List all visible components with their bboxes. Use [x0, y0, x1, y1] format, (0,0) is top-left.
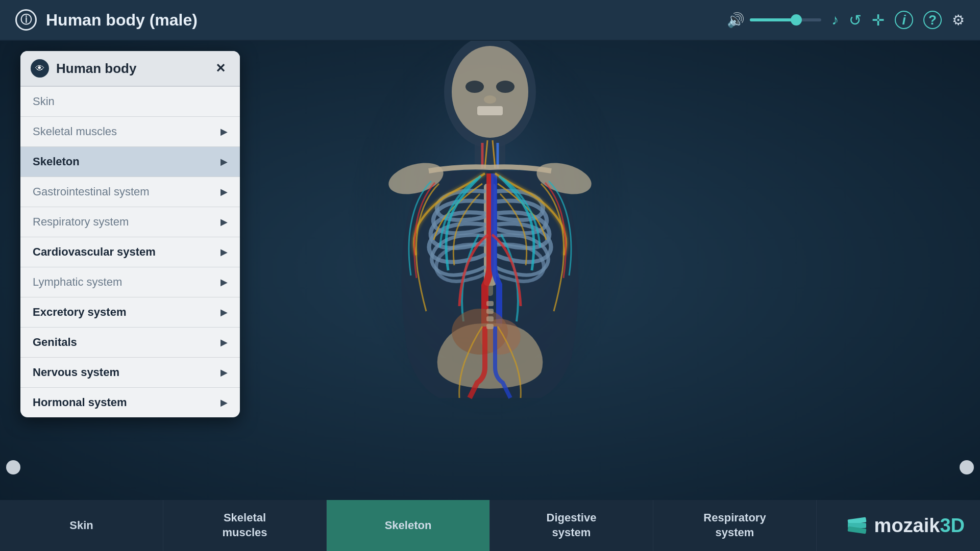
svg-rect-21 [486, 324, 494, 329]
settings-icon[interactable]: ⚙ [952, 12, 965, 29]
menu-item-skeletal-muscles-label: Skeletal muscles [33, 125, 117, 138]
svg-point-5 [484, 95, 496, 104]
header-controls: 🔊 ♪ ↺ ✛ i ? ⚙ [727, 11, 965, 29]
menu-item-skin-label: Skin [33, 95, 55, 108]
brand-logo-text: mozaik3D [874, 515, 965, 536]
menu-item-skeleton-label: Skeleton [33, 155, 80, 168]
tab-skin-label: Skin [69, 518, 93, 533]
menu-item-skeletal-muscles[interactable]: Skeletal muscles ▶ [20, 117, 240, 147]
menu-item-cardiovascular-label: Cardiovascular system [33, 245, 156, 259]
menu-item-respiratory-label: Respiratory system [33, 215, 129, 229]
body-model-svg [337, 41, 643, 500]
svg-rect-19 [486, 309, 494, 314]
menu-item-skin[interactable]: Skin [20, 87, 240, 117]
right-navigation-dot[interactable] [960, 460, 974, 474]
app-header: ⓘ Human body (male) 🔊 ♪ ↺ ✛ i ? ⚙ [0, 0, 980, 41]
menu-item-genitals[interactable]: Genitals ▶ [20, 328, 240, 358]
move-icon[interactable]: ✛ [872, 11, 885, 29]
brand-name: mozaik3D [874, 515, 965, 537]
brand-3d-text: 3D [940, 515, 965, 536]
left-navigation-dot[interactable] [6, 460, 20, 474]
menu-item-skeleton-arrow: ▶ [220, 156, 228, 167]
menu-item-nervous-arrow: ▶ [220, 367, 228, 378]
svg-point-2 [452, 46, 528, 138]
menu-item-skeletal-muscles-arrow: ▶ [220, 126, 228, 137]
tab-skeletal-muscles-label: Skeletalmuscles [222, 511, 267, 540]
svg-point-4 [496, 81, 514, 93]
menu-item-hormonal-arrow: ▶ [220, 397, 228, 408]
refresh-icon[interactable]: ↺ [849, 11, 862, 29]
menu-item-gastrointestinal-label: Gastrointestinal system [33, 185, 150, 198]
title-info-icon[interactable]: ⓘ [15, 9, 37, 31]
menu-item-excretory-arrow: ▶ [220, 307, 228, 318]
menu-item-genitals-arrow: ▶ [220, 337, 228, 348]
tab-respiratory-label: Respiratorysystem [703, 511, 766, 540]
tab-skeleton-label: Skeleton [385, 518, 432, 533]
panel-title: Human body [56, 61, 136, 77]
tab-skeletal-muscles[interactable]: Skeletalmuscles [163, 500, 327, 551]
menu-item-gastrointestinal[interactable]: Gastrointestinal system ▶ [20, 177, 240, 207]
panel-header: 👁 Human body ✕ [20, 51, 240, 87]
tab-digestive[interactable]: Digestivesystem [490, 500, 653, 551]
tab-skeleton[interactable]: Skeleton [327, 500, 490, 551]
menu-item-lymphatic-label: Lymphatic system [33, 276, 122, 289]
bottom-navigation-bar: Skin Skeletalmuscles Skeleton Digestives… [0, 500, 980, 551]
brand-area: mozaik3D [817, 500, 980, 551]
menu-item-hormonal-label: Hormonal system [33, 396, 127, 409]
system-panel: 👁 Human body ✕ Skin Skeletal muscles ▶ S… [20, 51, 240, 417]
svg-rect-20 [486, 316, 494, 321]
volume-control: 🔊 [727, 12, 821, 29]
svg-point-3 [465, 81, 484, 93]
header-left: ⓘ Human body (male) [15, 9, 198, 31]
panel-header-left: 👁 Human body [31, 59, 136, 78]
svg-rect-6 [477, 106, 503, 115]
menu-item-cardiovascular[interactable]: Cardiovascular system ▶ [20, 237, 240, 267]
info-icon[interactable]: i [895, 11, 913, 29]
menu-item-gastrointestinal-arrow: ▶ [220, 186, 228, 197]
menu-item-nervous-label: Nervous system [33, 366, 119, 379]
svg-rect-18 [486, 301, 494, 306]
menu-item-hormonal[interactable]: Hormonal system ▶ [20, 388, 240, 417]
menu-item-skeleton[interactable]: Skeleton ▶ [20, 147, 240, 177]
mozaik-layers-icon [848, 516, 866, 535]
menu-item-excretory-label: Excretory system [33, 306, 126, 319]
tab-respiratory[interactable]: Respiratorysystem [653, 500, 817, 551]
menu-item-nervous[interactable]: Nervous system ▶ [20, 358, 240, 388]
volume-thumb[interactable] [791, 14, 802, 26]
help-icon[interactable]: ? [923, 11, 942, 29]
main-viewport: 👁 Human body ✕ Skin Skeletal muscles ▶ S… [0, 41, 980, 500]
menu-item-genitals-label: Genitals [33, 336, 77, 349]
volume-icon[interactable]: 🔊 [727, 12, 745, 29]
volume-fill [750, 18, 796, 21]
menu-item-lymphatic[interactable]: Lymphatic system ▶ [20, 267, 240, 297]
tab-digestive-label: Digestivesystem [547, 511, 597, 540]
menu-item-respiratory-arrow: ▶ [220, 216, 228, 228]
music-icon[interactable]: ♪ [831, 12, 839, 28]
volume-slider[interactable] [750, 18, 821, 21]
panel-close-button[interactable]: ✕ [211, 59, 230, 78]
menu-item-lymphatic-arrow: ▶ [220, 277, 228, 288]
tab-skin[interactable]: Skin [0, 500, 163, 551]
menu-item-respiratory[interactable]: Respiratory system ▶ [20, 207, 240, 237]
panel-eye-icon: 👁 [31, 59, 49, 78]
menu-item-cardiovascular-arrow: ▶ [220, 246, 228, 258]
menu-item-excretory[interactable]: Excretory system ▶ [20, 297, 240, 328]
app-title: Human body (male) [46, 11, 198, 30]
